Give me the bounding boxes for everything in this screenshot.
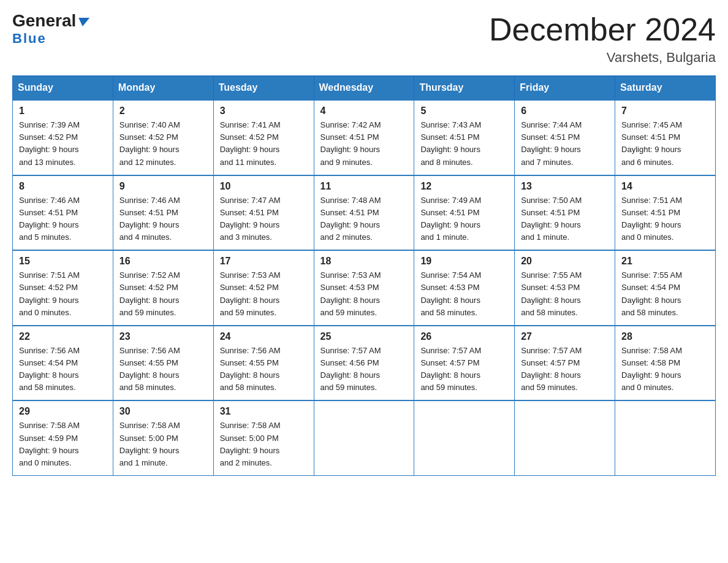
day-number: 3 <box>220 105 308 117</box>
col-thursday: Thursday <box>414 76 515 101</box>
calendar-subtitle: Varshets, Bulgaria <box>489 50 716 66</box>
logo-text-blue: Blue <box>12 31 47 47</box>
calendar-cell: 8 Sunrise: 7:46 AM Sunset: 4:51 PM Dayli… <box>13 175 113 251</box>
title-block: December 2024 Varshets, Bulgaria <box>489 12 716 66</box>
day-number: 9 <box>119 181 207 192</box>
day-number: 8 <box>19 181 107 192</box>
calendar-cell <box>414 400 515 475</box>
day-info: Sunrise: 7:51 AM Sunset: 4:51 PM Dayligh… <box>621 194 709 244</box>
day-number: 17 <box>220 256 308 267</box>
day-number: 28 <box>621 331 709 342</box>
day-info: Sunrise: 7:58 AM Sunset: 5:00 PM Dayligh… <box>220 419 308 469</box>
day-info: Sunrise: 7:58 AM Sunset: 4:59 PM Dayligh… <box>19 419 107 469</box>
page-header: General Blue December 2024 Varshets, Bul… <box>12 12 716 66</box>
day-number: 19 <box>420 256 508 267</box>
calendar-cell: 12 Sunrise: 7:49 AM Sunset: 4:51 PM Dayl… <box>414 175 515 251</box>
calendar-cell: 9 Sunrise: 7:46 AM Sunset: 4:51 PM Dayli… <box>113 175 213 251</box>
day-info: Sunrise: 7:54 AM Sunset: 4:53 PM Dayligh… <box>420 269 508 319</box>
day-number: 18 <box>320 256 408 267</box>
day-number: 10 <box>220 181 308 192</box>
day-number: 31 <box>220 406 308 417</box>
calendar-cell: 27 Sunrise: 7:57 AM Sunset: 4:57 PM Dayl… <box>515 326 615 401</box>
col-sunday: Sunday <box>13 76 113 101</box>
day-number: 25 <box>320 331 408 342</box>
calendar-week-5: 29 Sunrise: 7:58 AM Sunset: 4:59 PM Dayl… <box>13 400 716 475</box>
day-info: Sunrise: 7:39 AM Sunset: 4:52 PM Dayligh… <box>19 119 107 169</box>
calendar-cell <box>615 400 716 475</box>
calendar-cell: 26 Sunrise: 7:57 AM Sunset: 4:57 PM Dayl… <box>414 326 515 401</box>
day-info: Sunrise: 7:48 AM Sunset: 4:51 PM Dayligh… <box>320 194 408 244</box>
calendar-cell: 23 Sunrise: 7:56 AM Sunset: 4:55 PM Dayl… <box>113 326 213 401</box>
day-info: Sunrise: 7:57 AM Sunset: 4:56 PM Dayligh… <box>320 345 408 394</box>
calendar-cell: 10 Sunrise: 7:47 AM Sunset: 4:51 PM Dayl… <box>213 175 314 251</box>
calendar-week-3: 15 Sunrise: 7:51 AM Sunset: 4:52 PM Dayl… <box>13 250 716 326</box>
day-number: 13 <box>521 181 609 192</box>
calendar-cell: 1 Sunrise: 7:39 AM Sunset: 4:52 PM Dayli… <box>13 100 113 175</box>
day-number: 12 <box>420 181 508 192</box>
calendar-cell: 5 Sunrise: 7:43 AM Sunset: 4:51 PM Dayli… <box>414 100 515 175</box>
calendar-cell: 6 Sunrise: 7:44 AM Sunset: 4:51 PM Dayli… <box>515 100 615 175</box>
day-info: Sunrise: 7:47 AM Sunset: 4:51 PM Dayligh… <box>220 194 308 244</box>
day-number: 15 <box>19 256 107 267</box>
day-number: 22 <box>19 331 107 342</box>
day-info: Sunrise: 7:58 AM Sunset: 5:00 PM Dayligh… <box>119 419 207 469</box>
day-number: 14 <box>621 181 709 192</box>
day-info: Sunrise: 7:49 AM Sunset: 4:51 PM Dayligh… <box>420 194 508 244</box>
calendar-cell: 31 Sunrise: 7:58 AM Sunset: 5:00 PM Dayl… <box>213 400 314 475</box>
day-number: 23 <box>119 331 207 342</box>
col-friday: Friday <box>515 76 615 101</box>
col-wednesday: Wednesday <box>314 76 414 101</box>
calendar-header-row: Sunday Monday Tuesday Wednesday Thursday… <box>13 76 716 101</box>
col-monday: Monday <box>113 76 213 101</box>
day-number: 24 <box>220 331 308 342</box>
day-number: 6 <box>521 105 609 117</box>
day-info: Sunrise: 7:55 AM Sunset: 4:53 PM Dayligh… <box>521 269 609 319</box>
day-info: Sunrise: 7:55 AM Sunset: 4:54 PM Dayligh… <box>621 269 709 319</box>
day-number: 7 <box>621 105 709 117</box>
calendar-cell: 4 Sunrise: 7:42 AM Sunset: 4:51 PM Dayli… <box>314 100 414 175</box>
calendar-cell: 3 Sunrise: 7:41 AM Sunset: 4:52 PM Dayli… <box>213 100 314 175</box>
col-saturday: Saturday <box>615 76 716 101</box>
calendar-cell: 2 Sunrise: 7:40 AM Sunset: 4:52 PM Dayli… <box>113 100 213 175</box>
calendar-cell: 22 Sunrise: 7:56 AM Sunset: 4:54 PM Dayl… <box>13 326 113 401</box>
day-number: 11 <box>320 181 408 192</box>
day-number: 4 <box>320 105 408 117</box>
calendar-cell: 7 Sunrise: 7:45 AM Sunset: 4:51 PM Dayli… <box>615 100 716 175</box>
logo: General Blue <box>12 12 89 47</box>
day-info: Sunrise: 7:42 AM Sunset: 4:51 PM Dayligh… <box>320 119 408 169</box>
day-info: Sunrise: 7:44 AM Sunset: 4:51 PM Dayligh… <box>521 119 609 169</box>
calendar-cell <box>515 400 615 475</box>
calendar-week-1: 1 Sunrise: 7:39 AM Sunset: 4:52 PM Dayli… <box>13 100 716 175</box>
day-number: 26 <box>420 331 508 342</box>
day-info: Sunrise: 7:50 AM Sunset: 4:51 PM Dayligh… <box>521 194 609 244</box>
col-tuesday: Tuesday <box>213 76 314 101</box>
day-number: 2 <box>119 105 207 117</box>
calendar-cell: 16 Sunrise: 7:52 AM Sunset: 4:52 PM Dayl… <box>113 250 213 326</box>
calendar-cell: 19 Sunrise: 7:54 AM Sunset: 4:53 PM Dayl… <box>414 250 515 326</box>
calendar-cell: 14 Sunrise: 7:51 AM Sunset: 4:51 PM Dayl… <box>615 175 716 251</box>
day-info: Sunrise: 7:56 AM Sunset: 4:55 PM Dayligh… <box>119 345 207 394</box>
calendar-cell: 21 Sunrise: 7:55 AM Sunset: 4:54 PM Dayl… <box>615 250 716 326</box>
calendar-title: December 2024 <box>489 12 716 47</box>
day-number: 1 <box>19 105 107 117</box>
calendar-cell: 29 Sunrise: 7:58 AM Sunset: 4:59 PM Dayl… <box>13 400 113 475</box>
calendar-cell <box>314 400 414 475</box>
day-info: Sunrise: 7:53 AM Sunset: 4:53 PM Dayligh… <box>320 269 408 319</box>
calendar-cell: 18 Sunrise: 7:53 AM Sunset: 4:53 PM Dayl… <box>314 250 414 326</box>
calendar-cell: 13 Sunrise: 7:50 AM Sunset: 4:51 PM Dayl… <box>515 175 615 251</box>
day-info: Sunrise: 7:51 AM Sunset: 4:52 PM Dayligh… <box>19 269 107 319</box>
calendar-week-4: 22 Sunrise: 7:56 AM Sunset: 4:54 PM Dayl… <box>13 326 716 401</box>
day-info: Sunrise: 7:53 AM Sunset: 4:52 PM Dayligh… <box>220 269 308 319</box>
day-info: Sunrise: 7:40 AM Sunset: 4:52 PM Dayligh… <box>119 119 207 169</box>
calendar-cell: 25 Sunrise: 7:57 AM Sunset: 4:56 PM Dayl… <box>314 326 414 401</box>
logo-text-general: General <box>12 12 89 29</box>
day-info: Sunrise: 7:46 AM Sunset: 4:51 PM Dayligh… <box>119 194 207 244</box>
day-info: Sunrise: 7:57 AM Sunset: 4:57 PM Dayligh… <box>521 345 609 394</box>
calendar-cell: 24 Sunrise: 7:56 AM Sunset: 4:55 PM Dayl… <box>213 326 314 401</box>
day-number: 5 <box>420 105 508 117</box>
calendar-week-2: 8 Sunrise: 7:46 AM Sunset: 4:51 PM Dayli… <box>13 175 716 251</box>
calendar-cell: 11 Sunrise: 7:48 AM Sunset: 4:51 PM Dayl… <box>314 175 414 251</box>
day-number: 16 <box>119 256 207 267</box>
day-number: 29 <box>19 406 107 417</box>
calendar-cell: 15 Sunrise: 7:51 AM Sunset: 4:52 PM Dayl… <box>13 250 113 326</box>
